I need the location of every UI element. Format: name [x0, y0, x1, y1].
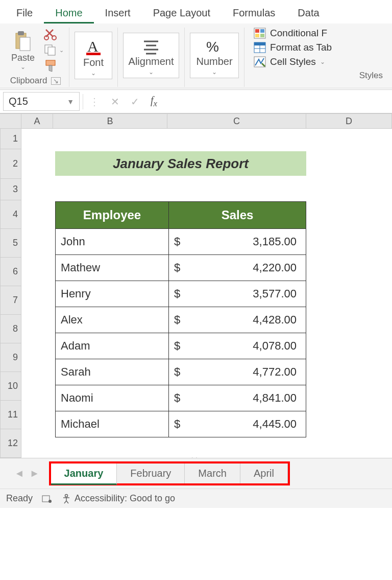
paste-button[interactable]: Paste ⌄ [7, 28, 39, 73]
conditional-formatting-button[interactable]: Conditional F [254, 28, 332, 39]
cell-currency[interactable]: $ [169, 281, 189, 307]
row-header[interactable]: 11 [0, 401, 21, 429]
formula-input[interactable] [163, 99, 392, 105]
row-header[interactable]: 9 [0, 343, 21, 372]
cell-currency[interactable]: $ [169, 385, 189, 411]
cell-sales[interactable]: 4,220.00 [189, 255, 306, 281]
cell-employee[interactable]: Henry [56, 281, 169, 307]
svg-rect-25 [42, 496, 50, 502]
chevron-down-icon: ⌄ [149, 68, 154, 76]
cell-currency[interactable]: $ [169, 307, 189, 333]
name-box[interactable]: Q15 ▼ [3, 92, 80, 111]
tab-file[interactable]: File [5, 4, 44, 24]
font-dropdown[interactable]: A Font ⌄ [75, 32, 112, 79]
row-header[interactable]: 5 [0, 229, 21, 258]
format-as-table-button[interactable]: Format as Tab [254, 42, 332, 53]
col-header-d[interactable]: D [306, 113, 392, 129]
ribbon: Paste ⌄ ⌄ Clipboard ↘ [0, 24, 392, 88]
name-box-value: Q15 [9, 96, 28, 107]
clipboard-dialog-launcher[interactable]: ↘ [51, 77, 61, 85]
paste-label: Paste [11, 53, 35, 63]
format-painter-button[interactable] [44, 59, 64, 73]
svg-rect-1 [20, 37, 30, 51]
font-icon: A [83, 36, 104, 57]
cell-sales[interactable]: 4,841.00 [189, 385, 306, 411]
accessibility-status[interactable]: Accessibility: Good to go [61, 493, 175, 504]
cells-area[interactable]: January Sales Report Employee Sales John… [21, 129, 392, 458]
cell-employee[interactable]: Michael [56, 411, 169, 437]
table-row: Adam$4,078.00 [56, 333, 306, 359]
prev-sheet-icon[interactable]: ◄ [14, 468, 24, 479]
next-sheet-icon[interactable]: ► [30, 468, 40, 479]
cell-styles-button[interactable]: Cell Styles ⌄ [254, 56, 332, 67]
alignment-label: Alignment [129, 56, 174, 67]
format-table-icon [254, 42, 266, 53]
cell-currency[interactable]: $ [169, 411, 189, 437]
row-headers: 1 2 3 4 5 6 7 8 9 10 11 12 [0, 129, 21, 458]
macro-record-icon[interactable] [42, 494, 52, 503]
row-header[interactable]: 12 [0, 429, 21, 458]
cell-sales[interactable]: 4,428.00 [189, 307, 306, 333]
enter-icon[interactable]: ✓ [131, 96, 139, 108]
row-header[interactable]: 4 [0, 200, 21, 229]
sheet-tab-february[interactable]: February [117, 463, 185, 483]
number-dropdown[interactable]: % Number ⌄ [190, 33, 239, 78]
cell-employee[interactable]: Naomi [56, 385, 169, 411]
cell-employee[interactable]: Sarah [56, 359, 169, 385]
tab-data[interactable]: Data [286, 4, 330, 24]
select-all-corner[interactable] [0, 113, 21, 129]
col-header-a[interactable]: A [21, 113, 53, 129]
row-header[interactable]: 7 [0, 286, 21, 315]
accessibility-icon [61, 494, 71, 504]
cell-currency[interactable]: $ [169, 359, 189, 385]
alignment-icon [141, 37, 161, 56]
fx-icon[interactable]: fx [151, 95, 157, 109]
font-label: Font [83, 57, 104, 68]
cell-currency[interactable]: $ [169, 333, 189, 359]
report-title: January Sales Report [55, 151, 306, 176]
cell-employee[interactable]: Alex [56, 307, 169, 333]
chevron-down-icon: ⌄ [20, 63, 26, 71]
col-header-b[interactable]: B [53, 113, 167, 129]
cell-employee[interactable]: Mathew [56, 255, 169, 281]
cell-sales[interactable]: 4,078.00 [189, 333, 306, 359]
sheet-tab-march[interactable]: March [185, 463, 240, 483]
header-employee: Employee [56, 202, 169, 229]
cell-employee[interactable]: Adam [56, 333, 169, 359]
cell-employee[interactable]: John [56, 229, 169, 255]
cell-sales[interactable]: 3,185.00 [189, 229, 306, 255]
cancel-icon[interactable]: ✕ [111, 96, 119, 108]
copy-button[interactable]: ⌄ [44, 44, 64, 56]
row-header[interactable]: 1 [0, 129, 21, 149]
cell-currency[interactable]: $ [169, 229, 189, 255]
column-header-row: A B C D [0, 113, 392, 129]
number-label: Number [196, 56, 232, 67]
alignment-dropdown[interactable]: Alignment ⌄ [123, 33, 179, 78]
tab-page-layout[interactable]: Page Layout [142, 4, 222, 24]
tab-formulas[interactable]: Formulas [222, 4, 286, 24]
sheet-tab-january[interactable]: January [51, 463, 117, 485]
row-header[interactable]: 6 [0, 258, 21, 286]
cell-sales[interactable]: 3,577.00 [189, 281, 306, 307]
svg-rect-16 [255, 29, 259, 33]
cell-sales[interactable]: 4,445.00 [189, 411, 306, 437]
tab-home[interactable]: Home [44, 4, 93, 24]
svg-rect-7 [46, 60, 55, 65]
row-header[interactable]: 10 [0, 372, 21, 401]
row-header[interactable]: 2 [0, 149, 21, 179]
row-header[interactable]: 8 [0, 315, 21, 343]
tab-insert[interactable]: Insert [94, 4, 142, 24]
conditional-formatting-icon [254, 28, 266, 39]
svg-rect-2 [18, 31, 24, 35]
formula-bar: Q15 ▼ ⋮ ✕ ✓ fx [0, 89, 392, 113]
col-header-c[interactable]: C [167, 113, 306, 129]
grid-body: 1 2 3 4 5 6 7 8 9 10 11 12 January Sales… [0, 129, 392, 458]
row-header[interactable]: 3 [0, 179, 21, 200]
cell-sales[interactable]: 4,772.00 [189, 359, 306, 385]
cut-button[interactable] [44, 28, 64, 41]
dropdown-icon[interactable]: ▼ [67, 98, 74, 106]
svg-rect-19 [260, 34, 264, 37]
dots-icon[interactable]: ⋮ [89, 96, 100, 108]
sheet-tab-april[interactable]: April [240, 463, 288, 483]
cell-currency[interactable]: $ [169, 255, 189, 281]
